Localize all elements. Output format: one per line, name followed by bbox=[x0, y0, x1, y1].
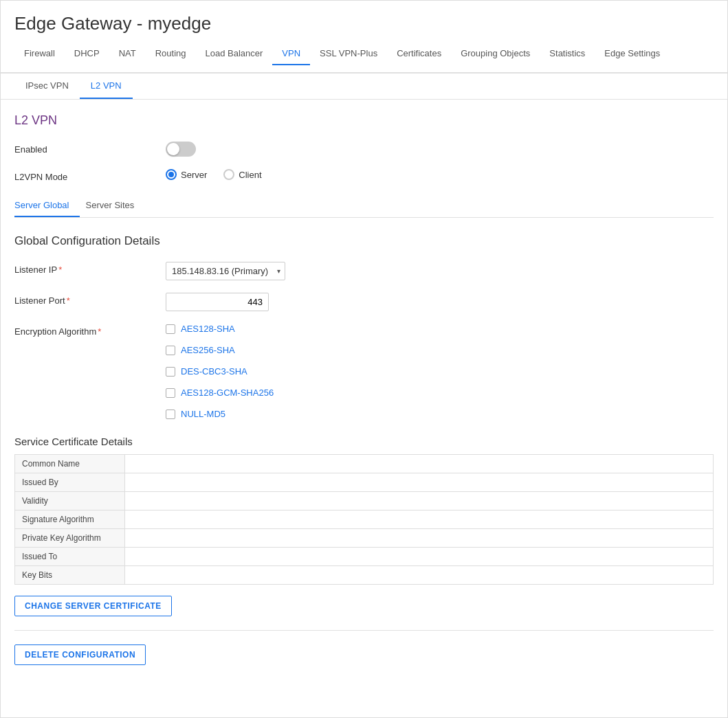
listener-port-input[interactable] bbox=[166, 293, 269, 311]
cert-key-issued-by: Issued By bbox=[15, 473, 125, 492]
encryption-des-cbc3-sha[interactable]: DES-CBC3-SHA bbox=[166, 366, 714, 377]
tab-firewall[interactable]: Firewall bbox=[14, 43, 65, 65]
inner-tabs: Server Global Server Sites bbox=[14, 194, 714, 218]
delete-configuration-button[interactable]: DELETE CONFIGURATION bbox=[14, 644, 146, 665]
tab-grouping-objects[interactable]: Grouping Objects bbox=[451, 43, 540, 65]
cert-key-validity: Validity bbox=[15, 492, 125, 511]
page-title: Edge Gateway - myedge bbox=[14, 13, 714, 34]
sub-nav: IPsec VPN L2 VPN bbox=[1, 74, 727, 100]
encryption-des-cbc3-sha-label: DES-CBC3-SHA bbox=[181, 366, 247, 377]
inner-tab-server-sites[interactable]: Server Sites bbox=[85, 194, 145, 217]
encryption-null-md5-label: NULL-MD5 bbox=[181, 409, 225, 419]
encryption-options: AES128-SHA AES256-SHA DES-CBC3-SHA AES12… bbox=[166, 324, 714, 419]
cert-key-issued-to: Issued To bbox=[15, 548, 125, 566]
listener-port-required: * bbox=[67, 295, 70, 306]
encryption-aes128-sha[interactable]: AES128-SHA bbox=[166, 324, 714, 334]
cert-val-signature-algorithm bbox=[125, 511, 714, 529]
encryption-label: Encryption Algorithm* bbox=[14, 324, 166, 337]
cert-row-private-key-algorithm: Private Key Algorithm bbox=[15, 529, 714, 548]
encryption-required: * bbox=[98, 326, 101, 337]
cert-row-issued-by: Issued By bbox=[15, 473, 714, 492]
top-nav: Firewall DHCP NAT Routing Load Balancer … bbox=[14, 43, 714, 65]
tab-dhcp[interactable]: DHCP bbox=[65, 43, 109, 65]
listener-ip-required: * bbox=[58, 265, 62, 275]
encryption-aes256-sha-label: AES256-SHA bbox=[181, 345, 235, 355]
tab-certificates[interactable]: Certificates bbox=[387, 43, 451, 65]
mode-client-label: Client bbox=[239, 170, 261, 180]
tab-ssl-vpn-plus[interactable]: SSL VPN-Plus bbox=[310, 43, 387, 65]
cert-row-signature-algorithm: Signature Algorithm bbox=[15, 511, 714, 529]
cert-row-issued-to: Issued To bbox=[15, 548, 714, 566]
cert-key-key-bits: Key Bits bbox=[15, 566, 125, 585]
encryption-des-cbc3-sha-checkbox[interactable] bbox=[166, 367, 175, 377]
encryption-null-md5-checkbox[interactable] bbox=[166, 410, 175, 419]
cert-row-common-name: Common Name bbox=[15, 455, 714, 473]
config-section-title: Global Configuration Details bbox=[14, 234, 714, 248]
cert-key-common-name: Common Name bbox=[15, 455, 125, 473]
cert-val-issued-to bbox=[125, 548, 714, 566]
cert-val-key-bits bbox=[125, 566, 714, 585]
encryption-aes128-gcm-sha256[interactable]: AES128-GCM-SHA256 bbox=[166, 388, 714, 398]
l2vpn-title: L2 VPN bbox=[14, 113, 714, 128]
sub-tab-ipsec-vpn[interactable]: IPsec VPN bbox=[14, 74, 80, 99]
cert-row-validity: Validity bbox=[15, 492, 714, 511]
cert-table: Common Name Issued By Validity Signature… bbox=[14, 454, 714, 585]
mode-row: L2VPN Mode Server Client bbox=[14, 169, 714, 182]
listener-port-value bbox=[166, 293, 714, 311]
enabled-toggle-wrapper bbox=[166, 142, 714, 157]
enabled-label: Enabled bbox=[14, 142, 166, 155]
cert-row-key-bits: Key Bits bbox=[15, 566, 714, 585]
cert-key-signature-algorithm: Signature Algorithm bbox=[15, 511, 125, 529]
encryption-aes128-gcm-sha256-label: AES128-GCM-SHA256 bbox=[181, 388, 274, 398]
tab-load-balancer[interactable]: Load Balancer bbox=[196, 43, 273, 65]
encryption-aes256-sha-checkbox[interactable] bbox=[166, 346, 175, 355]
mode-label: L2VPN Mode bbox=[14, 169, 166, 182]
cert-section: Service Certificate Details Common Name … bbox=[14, 436, 714, 585]
delete-config-wrapper: DELETE CONFIGURATION bbox=[14, 644, 714, 665]
cert-val-common-name bbox=[125, 455, 714, 473]
encryption-aes128-gcm-sha256-checkbox[interactable] bbox=[166, 388, 175, 398]
tab-vpn[interactable]: VPN bbox=[272, 43, 310, 65]
listener-port-label: Listener Port* bbox=[14, 293, 166, 306]
cert-val-issued-by bbox=[125, 473, 714, 492]
mode-server-label: Server bbox=[181, 170, 207, 180]
inner-tab-server-global[interactable]: Server Global bbox=[14, 194, 80, 217]
mode-server-option[interactable]: Server bbox=[166, 169, 207, 180]
tab-routing[interactable]: Routing bbox=[146, 43, 196, 65]
listener-ip-label: Listener IP* bbox=[14, 262, 166, 275]
main-content: L2 VPN Enabled L2VPN Mode Server Client bbox=[1, 100, 727, 686]
change-cert-wrapper: CHANGE SERVER CERTIFICATE bbox=[14, 596, 714, 616]
encryption-null-md5[interactable]: NULL-MD5 bbox=[166, 409, 714, 419]
change-server-certificate-button[interactable]: CHANGE SERVER CERTIFICATE bbox=[14, 596, 172, 616]
encryption-aes128-sha-checkbox[interactable] bbox=[166, 324, 175, 334]
encryption-row: Encryption Algorithm* AES128-SHA AES256-… bbox=[14, 324, 714, 419]
listener-ip-dropdown[interactable]: 185.148.83.16 (Primary) bbox=[166, 262, 285, 280]
tab-statistics[interactable]: Statistics bbox=[540, 43, 595, 65]
tab-edge-settings[interactable]: Edge Settings bbox=[595, 43, 670, 65]
encryption-aes128-sha-label: AES128-SHA bbox=[181, 324, 235, 334]
enabled-toggle[interactable] bbox=[166, 142, 196, 157]
cert-key-private-key-algorithm: Private Key Algorithm bbox=[15, 529, 125, 548]
sub-tab-l2-vpn[interactable]: L2 VPN bbox=[80, 74, 133, 99]
listener-port-row: Listener Port* bbox=[14, 293, 714, 311]
mode-server-radio[interactable] bbox=[166, 169, 177, 180]
listener-ip-value: 185.148.83.16 (Primary) bbox=[166, 262, 714, 280]
cert-val-validity bbox=[125, 492, 714, 511]
tab-nat[interactable]: NAT bbox=[109, 43, 146, 65]
listener-ip-row: Listener IP* 185.148.83.16 (Primary) bbox=[14, 262, 714, 280]
cert-section-title: Service Certificate Details bbox=[14, 436, 714, 447]
cert-val-private-key-algorithm bbox=[125, 529, 714, 548]
mode-client-radio[interactable] bbox=[223, 169, 234, 180]
mode-options: Server Client bbox=[166, 169, 714, 180]
enabled-row: Enabled bbox=[14, 142, 714, 157]
encryption-aes256-sha[interactable]: AES256-SHA bbox=[166, 345, 714, 355]
mode-client-option[interactable]: Client bbox=[223, 169, 261, 180]
